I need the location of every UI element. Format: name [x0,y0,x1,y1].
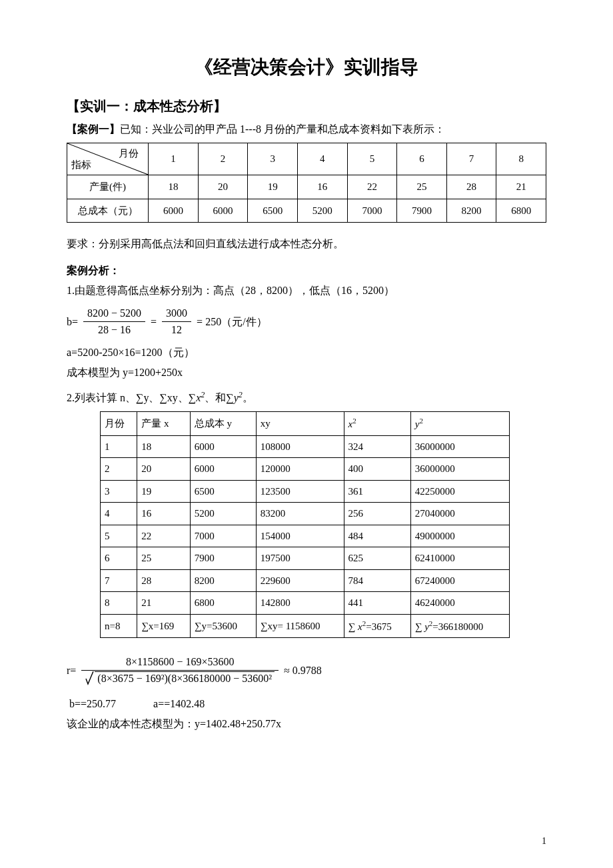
table-cell: 36000000 [410,435,509,458]
table-cell: 1 [101,435,137,458]
table-cell: 256 [344,503,410,525]
r-fraction: 8×1158600 − 169×53600 (8×3675 − 169²)(8×… [81,654,279,687]
table-cell: 6800 [496,199,546,223]
table-row: 220600012000040036000000 [101,458,510,481]
table-cell: 8 [496,143,546,175]
table-row: 625790019750062562410000 [101,547,510,570]
col-header: 总成本 y [190,412,256,436]
table-row: 319650012350036142250000 [101,480,510,503]
table-cell: 7 [446,143,496,175]
table-cell: 25 [137,547,191,570]
table-cell: 197500 [256,547,344,570]
equals-sign: = [151,314,157,330]
table-cell: 361 [344,480,410,503]
table-cell: 22 [347,175,397,199]
table-cell: 6500 [248,199,298,223]
table-row: 728820022960078467240000 [101,569,510,592]
sum-cell: n=8 [101,614,137,638]
step1-line1: 1.由题意得高低点坐标分别为：高点（28，8200），低点（16，5200） [67,283,546,299]
col-header: xy [256,412,344,436]
table-cell: 83200 [256,503,344,525]
table-cell: 108000 [256,435,344,458]
table-cell: 19 [137,480,191,503]
table-cell: 6500 [190,480,256,503]
table-cell: 441 [344,592,410,615]
table-cell: 22 [137,525,191,547]
table-cell: 324 [344,435,410,458]
data-table-2: 月份 产量 x 总成本 y xy x2 y2 11860001080003243… [100,411,510,638]
table-cell: 400 [344,458,410,481]
table-row: 821680014280044146240000 [101,592,510,615]
table-cell: 28 [137,569,191,592]
table-cell: 6 [397,143,447,175]
table-cell: 42250000 [410,480,509,503]
table-cell: 67240000 [410,569,509,592]
table-row: 118600010800032436000000 [101,435,510,458]
table-cell: 6000 [190,435,256,458]
table-cell: 62410000 [410,547,509,570]
table-cell: 21 [137,592,191,615]
table-cell: 8200 [190,569,256,592]
step2-intro-suffix: 。 [243,392,253,403]
sum-cell: ∑x=169 [137,614,191,638]
data-table-1: 月份 指标 1 2 3 4 5 6 7 8 产量(件) 18 20 19 16 … [67,143,546,223]
table-cell: 5 [101,525,137,547]
fraction-num: 3000 [162,305,191,322]
table-cell: 2 [101,458,137,481]
sum-cell: ∑ y2=366180000 [410,614,509,638]
sum-cell: ∑xy= 1158600 [256,614,344,638]
table-cell: 6000 [149,199,199,223]
fraction-den: 12 [162,322,191,338]
table-cell: 49000000 [410,525,509,547]
table-cell: 8200 [446,199,496,223]
table-cell: 20 [198,175,248,199]
fraction-num: 8200 − 5200 [83,305,145,322]
table-cell: 229600 [256,569,344,592]
x-squared: x2 [196,392,205,403]
col-header: y2 [410,412,509,436]
table-cell: 4 [298,143,348,175]
table-cell: 3 [248,143,298,175]
table-cell: 625 [344,547,410,570]
requirement-text: 要求：分别采用高低点法和回归直线法进行成本性态分析。 [67,236,546,252]
table-cell: 5200 [298,199,348,223]
diag-top-label: 月份 [119,146,139,161]
table-cell: 5200 [190,503,256,525]
table-cell: 18 [149,175,199,199]
case-label: 【案例一】 [67,123,120,135]
table-cell: 123500 [256,480,344,503]
table-cell: 20 [137,458,191,481]
equals-sign: = [197,314,203,330]
table-cell: 8 [101,592,137,615]
table-cell: 28 [446,175,496,199]
table-cell: 25 [397,175,447,199]
table-cell: 7000 [347,199,397,223]
table-cell: 6000 [190,458,256,481]
sum-cell: ∑y=53600 [190,614,256,638]
table-cell: 6800 [190,592,256,615]
step2-intro-prefix: 2.列表计算 n、∑y、∑xy、∑ [67,392,196,403]
table-cell: 16 [298,175,348,199]
table-cell: 1 [149,143,199,175]
fraction-den: (8×3675 − 169²)(8×366180000 − 53600² [81,671,279,687]
step1-a-line: a=5200-250×16=1200（元） [67,345,546,361]
case-intro-line: 【案例一】已知：兴业公司的甲产品 1---8 月份的产量和总成本资料如下表所示： [67,121,546,137]
table-cell: 4 [101,503,137,525]
fraction-1: 8200 − 5200 28 − 16 [83,305,145,338]
table-cell: 19 [248,175,298,199]
step2-intro: 2.列表计算 n、∑y、∑xy、∑x2、和∑y2。 [67,389,546,406]
table-cell: 16 [137,503,191,525]
fraction-num: 8×1158600 − 169×53600 [81,654,279,671]
table-cell: 46240000 [410,592,509,615]
row-label: 产量(件) [67,175,149,199]
table-cell: 6 [101,547,137,570]
sum-cell: ∑ x2=3675 [344,614,410,638]
table-cell: 7000 [190,525,256,547]
sqrt-content: (8×3675 − 169²)(8×366180000 − 53600² [95,671,275,684]
table-cell: 154000 [256,525,344,547]
formula-prefix: b= [67,314,78,330]
table-cell: 18 [137,435,191,458]
diag-header-cell: 月份 指标 [67,143,149,175]
case-text: 已知：兴业公司的甲产品 1---8 月份的产量和总成本资料如下表所示： [120,123,445,135]
table-cell: 7900 [190,547,256,570]
